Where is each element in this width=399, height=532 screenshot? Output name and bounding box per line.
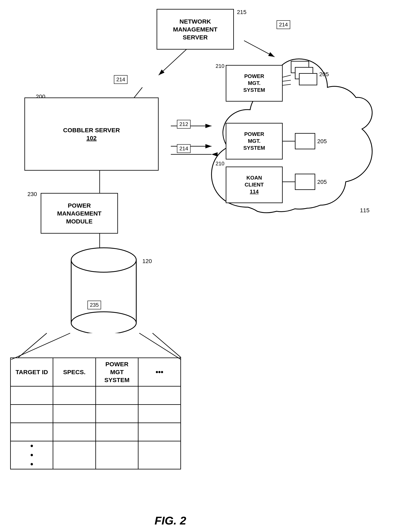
figure-label: FIG. 2 xyxy=(155,514,186,527)
data-table: TARGET ID SPECS. POWERMGTSYSTEM ••• xyxy=(10,357,181,469)
ref-210-top: 210 xyxy=(216,63,224,69)
cobbler-server-ref: 102 xyxy=(63,134,120,142)
col-specs: SPECS. xyxy=(53,358,96,386)
database-cylinder xyxy=(69,244,138,333)
ref-205-bottom: 205 xyxy=(317,179,327,185)
koan-label: KOAN CLIENT 114 xyxy=(245,175,264,195)
svg-line-20 xyxy=(11,333,70,360)
diagram: NETWORK MANAGEMENT SERVER 215 214 200 21… xyxy=(0,0,399,532)
ref-box-214-top-right: 214 xyxy=(277,20,290,29)
db-svg xyxy=(69,244,138,333)
koan-client-box: KOAN CLIENT 114 xyxy=(226,167,283,203)
ref-210-mid: 210 xyxy=(216,160,224,167)
svg-line-10 xyxy=(18,333,47,357)
server-stack-3 xyxy=(299,73,317,85)
ref-230: 230 xyxy=(27,191,37,197)
power-mgt-system-1-box: POWER MGT. SYSTEM xyxy=(226,65,283,101)
pmm-label: POWER MANAGEMENT MODULE xyxy=(57,202,101,225)
pmts1-label: POWER MGT. SYSTEM xyxy=(243,73,265,94)
ref-205-top: 205 xyxy=(319,71,329,78)
svg-line-2 xyxy=(159,49,187,75)
server-bottom xyxy=(295,174,315,190)
svg-line-21 xyxy=(139,333,181,360)
svg-point-19 xyxy=(71,312,136,333)
table-row xyxy=(11,386,181,405)
ref-115: 115 xyxy=(360,207,370,214)
ref-box-235: 235 xyxy=(87,301,101,309)
ref-120: 120 xyxy=(142,258,152,265)
table-row xyxy=(11,405,181,423)
cobbler-server-box: COBBLER SERVER 102 xyxy=(24,97,159,171)
svg-line-11 xyxy=(152,333,181,357)
ref-box-214-arrow: 214 xyxy=(177,144,190,153)
server-mid xyxy=(295,133,315,149)
power-mgmt-module-box: POWER MANAGEMENT MODULE xyxy=(41,193,118,234)
ref-box-214-mid: 214 xyxy=(114,75,128,84)
col-target-id: TARGET ID xyxy=(11,358,53,386)
table-header-row: TARGET ID SPECS. POWERMGTSYSTEM ••• xyxy=(11,358,181,386)
ref-box-212: 212 xyxy=(177,120,190,129)
col-more: ••• xyxy=(138,358,181,386)
ref-205-mid: 205 xyxy=(317,138,327,145)
svg-point-18 xyxy=(71,248,136,272)
ref-215: 215 xyxy=(237,9,247,15)
cobbler-server-label: COBBLER SERVER xyxy=(63,126,120,134)
network-management-server-box: NETWORK MANAGEMENT SERVER xyxy=(157,9,234,50)
power-mgt-system-2-box: POWER MGT. SYSTEM xyxy=(226,123,283,159)
col-power-mgt: POWERMGTSYSTEM xyxy=(96,358,138,386)
nms-label: NETWORK MANAGEMENT SERVER xyxy=(173,18,217,41)
pmts2-label: POWER MGT. SYSTEM xyxy=(243,131,265,151)
table-row xyxy=(11,423,181,441)
table-row-dots: ••• xyxy=(11,441,181,469)
